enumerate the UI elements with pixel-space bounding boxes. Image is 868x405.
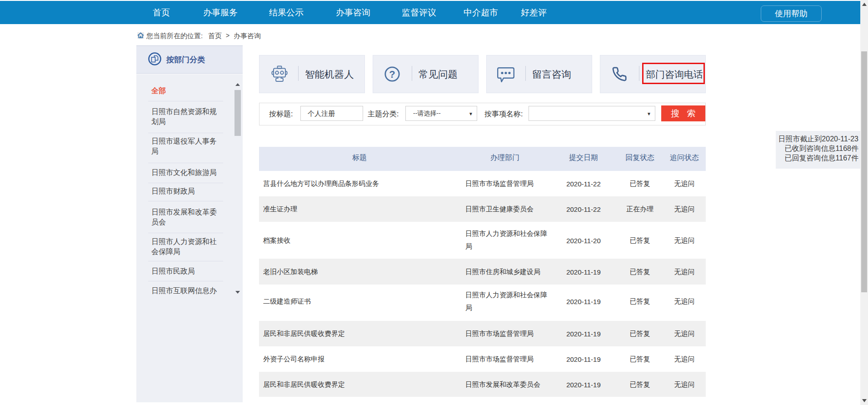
svg-text:?: ?	[389, 69, 395, 80]
